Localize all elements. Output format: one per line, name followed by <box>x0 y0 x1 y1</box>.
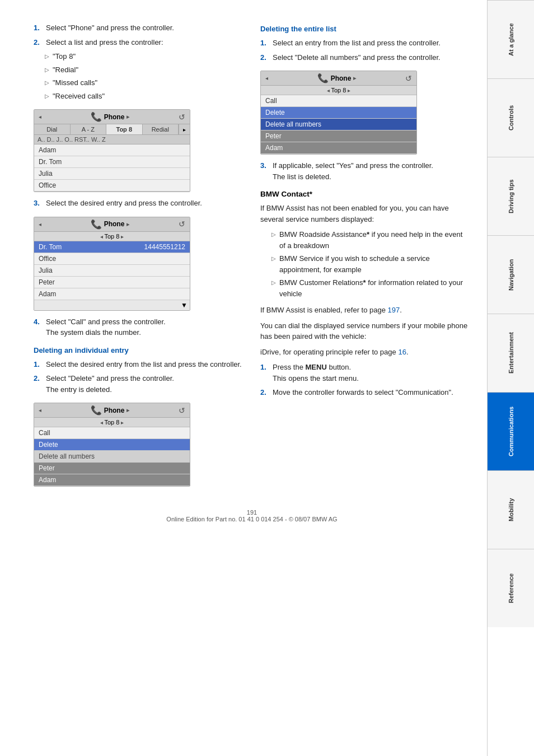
del-entire-step-1: 1. Select an entry from the list and pre… <box>260 38 470 49</box>
deleting-individual-section: Deleting an individual entry 1. Select t… <box>34 346 243 395</box>
phone-ui-4-sub: ◂ Top 8 ▸ <box>261 86 416 95</box>
bmw-step-1-num: 1. <box>260 362 270 384</box>
right-step-3-text: If applicable, select "Yes" and press th… <box>273 160 470 182</box>
del-ind-step-1: 1. Select the desired entry from the lis… <box>34 359 243 370</box>
sidebar-tab-entertainment[interactable]: Entertainment <box>488 314 534 392</box>
sidebar-tab-controls[interactable]: Controls <box>488 78 534 157</box>
del-ind-step-2-num: 2. <box>34 373 44 395</box>
intro-steps: 1. Select "Phone" and press the controll… <box>34 22 243 101</box>
phone-ui-2: ◂ 📞 Phone ▸ ↺ ◂ Top 8 ▸ Dr. Tom144455512… <box>34 217 190 311</box>
phone-row-drtom-sel: Dr. Tom14445551212 <box>34 241 190 253</box>
phone-row-adam: Adam <box>34 144 190 156</box>
del-ind-step-2: 2. Select "Delete" and press the control… <box>34 373 243 395</box>
phone-ui-1: ◂ 📞 Phone ▸ ↺ Dial A - Z Top 8 Redial ▸ … <box>34 109 190 192</box>
del-entire-step-2: 2. Select "Delete all numbers" and press… <box>260 52 470 63</box>
sidebar-tab-communications[interactable]: Communications <box>488 392 534 470</box>
list-item-2: "Missed calls" <box>45 77 243 88</box>
main-content: 1. Select "Phone" and press the controll… <box>0 0 487 756</box>
step-1: 1. Select "Phone" and press the controll… <box>34 22 243 34</box>
step-1-text: Select "Phone" and press the controller. <box>46 22 243 34</box>
step-2: 2. Select a list and press the controlle… <box>34 37 243 48</box>
tab-top8[interactable]: Top 8 <box>106 124 143 134</box>
bmw-contact-heading: BMW Contact* <box>260 190 470 198</box>
phone-row-delete-all-3: Delete all numbers <box>34 451 190 463</box>
arrow-right-icon-4: ▸ <box>353 75 356 81</box>
phone-ui-1-title: 📞 Phone ▸ <box>91 111 130 122</box>
sidebar-tab-navigation[interactable]: Navigation <box>488 235 534 314</box>
phone-ui-3-sub: ◂ Top 8 ▸ <box>34 418 190 427</box>
scroll-indicator: ▼ <box>34 300 190 310</box>
phone-row-delete-all-4: Delete all numbers <box>261 119 416 130</box>
phone-ui-3: ◂ 📞 Phone ▸ ↺ ◂ Top 8 ▸ Call Delete Dele… <box>34 403 190 487</box>
refresh-icon: ↺ <box>179 113 185 122</box>
bmw-contact-item-1: BMW Service if you wish to schedule a se… <box>271 253 470 275</box>
bmw-contact-para3: iDrive, for operating principle refer to… <box>260 347 470 358</box>
bmw-contact-para2: You can dial the displayed service numbe… <box>260 320 470 342</box>
del-entire-step-2-text: Select "Delete all numbers" and press th… <box>273 52 470 63</box>
deleting-entire-section: Deleting the entire list 1. Select an en… <box>260 25 470 63</box>
phone-ui-1-alpha: A.. D.. J.. O.. RST.. W.. Z <box>34 135 190 144</box>
step-1-num: 1. <box>34 22 44 34</box>
phone-ui-1-tabs: Dial A - Z Top 8 Redial ▸ <box>34 124 190 135</box>
phone-row-delete-4: Delete <box>261 107 416 119</box>
phone-ui-3-title: 📞 Phone ▸ <box>91 405 130 416</box>
step-4-num: 4. <box>34 316 44 338</box>
del-entire-step-1-num: 1. <box>260 38 270 49</box>
step-3-text: Select the desired entry and press the c… <box>46 198 243 209</box>
phone-ui-1-top: ◂ 📞 Phone ▸ ↺ <box>34 110 190 124</box>
right-step-3-num: 3. <box>260 160 270 182</box>
tab-dial[interactable]: Dial <box>34 124 71 134</box>
phone-row-adam-2: Adam <box>34 288 190 300</box>
bmw-contact-para1: If BMW Assist is enabled, refer to page … <box>260 305 470 316</box>
page-ref-197[interactable]: 197 <box>388 306 400 314</box>
arrow-left-icon-2: ◂ <box>39 221 41 227</box>
step-2-num: 2. <box>34 37 44 48</box>
bmw-step-1-text: Press the MENU button.This opens the sta… <box>273 362 470 384</box>
phone-row-peter-4: Peter <box>261 130 416 142</box>
phone-row-adam-4: Adam <box>261 142 416 154</box>
sidebar-tab-at-a-glance[interactable]: At a glance <box>488 0 534 78</box>
step-3-num: 3. <box>34 198 44 209</box>
deleting-individual-heading: Deleting an individual entry <box>34 346 243 354</box>
arrow-left-icon-3: ◂ <box>39 407 41 413</box>
phone-ui-4-title: 📞 Phone ▸ <box>317 73 357 83</box>
bmw-contact-item-0: BMW Roadside Assistance* if you need hel… <box>271 229 470 251</box>
phone-row-office-2: Office <box>34 253 190 265</box>
del-entire-step-1-text: Select an entry from the list and press … <box>273 38 470 49</box>
page-footer: 191 Online Edition for Part no. 01 41 0 … <box>34 509 470 522</box>
page-footer-text: Online Edition for Part no. 01 41 0 014 … <box>166 516 337 522</box>
bmw-step-1: 1. Press the MENU button.This opens the … <box>260 362 470 384</box>
phone-row-julia: Julia <box>34 168 190 180</box>
step-3-block: 3. Select the desired entry and press th… <box>34 198 243 209</box>
page-number: 191 <box>247 509 257 516</box>
sidebar-tab-mobility[interactable]: Mobility <box>488 470 534 549</box>
right-step-3-block: 3. If applicable, select "Yes" and press… <box>260 160 470 182</box>
arrow-left-icon: ◂ <box>39 114 41 120</box>
sidebar-tab-reference[interactable]: Reference <box>488 549 534 627</box>
phone-ui-4-top: ◂ 📞 Phone ▸ ↺ <box>261 71 416 86</box>
phone-row-julia-2: Julia <box>34 265 190 277</box>
phone-row-delete-3: Delete <box>34 439 190 451</box>
del-ind-step-1-num: 1. <box>34 359 44 370</box>
del-ind-step-1-text: Select the desired entry from the list a… <box>46 359 243 370</box>
phone-row-peter-3: Peter <box>34 463 190 474</box>
page-ref-16[interactable]: 16 <box>398 348 406 356</box>
phone-row-adam-3: Adam <box>34 474 190 486</box>
tab-az[interactable]: A - Z <box>71 124 107 134</box>
refresh-icon-3: ↺ <box>179 406 185 415</box>
arrow-right-icon: ▸ <box>127 114 129 120</box>
arrow-left-icon-4: ◂ <box>265 75 268 81</box>
refresh-icon-2: ↺ <box>179 220 185 228</box>
step-2-text: Select a list and press the controller: <box>46 37 243 48</box>
bmw-step-2-num: 2. <box>260 387 270 398</box>
arrow-right-icon-2: ▸ <box>127 221 129 227</box>
bmw-contact-section: BMW Contact* If BMW Assist has not been … <box>260 190 470 398</box>
tab-redial[interactable]: Redial <box>143 124 179 134</box>
list-item-1: "Redial" <box>45 64 243 76</box>
right-column: Deleting the entire list 1. Select an en… <box>260 22 470 492</box>
deleting-entire-heading: Deleting the entire list <box>260 25 470 33</box>
phone-row-call-4: Call <box>261 95 416 107</box>
bmw-contact-intro: If BMW Assist has not been enabled for y… <box>260 203 470 225</box>
sidebar-tab-driving-tips[interactable]: Driving tips <box>488 157 534 235</box>
bmw-step-2: 2. Move the controller forwards to selec… <box>260 387 470 398</box>
